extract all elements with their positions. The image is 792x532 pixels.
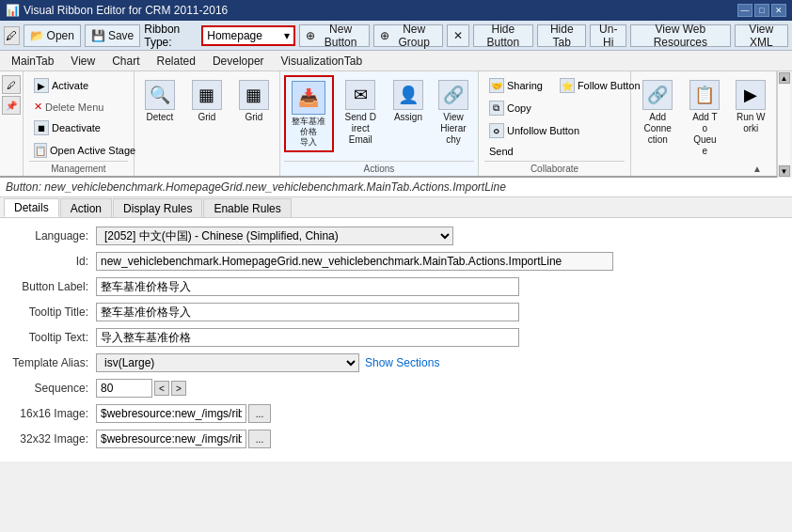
new-button-button[interactable]: ⊕ New Button [299,24,370,47]
button-path: Button: new_vehiclebenchmark.HomepageGri… [0,178,792,197]
template-alias-field[interactable]: isv(Large) [96,353,359,372]
run-workflow-button[interactable]: ▶ Run Worki [729,75,772,139]
image32-controls: ... [96,430,271,448]
delete-icon: ✕ [34,101,42,113]
image16-row: 16x16 Image: ... [11,403,781,424]
minimize-button[interactable]: — [737,4,752,17]
more-section: 🔗 AddConnection 📋 Add ToQueue ▶ Run Work… [631,71,777,176]
import-button[interactable]: 📥 整车基准价格导入 [284,75,334,152]
ribbon-type-dropdown[interactable]: Homepage ▾ [201,25,295,46]
title-bar-left: 📊 Visual Ribbon Editor for CRM 2011-2016 [6,4,228,17]
tab-related[interactable]: Related [150,52,203,70]
image16-browse-button[interactable]: ... [248,404,271,423]
language-label: Language: [11,229,96,243]
deactivate-icon: ⏹ [34,120,49,135]
hide-tab-button[interactable]: Hide Tab [537,24,586,47]
id-label: Id: [11,255,96,268]
add-to-queue-button[interactable]: 📋 Add ToQueue [684,75,725,162]
tab-maintab[interactable]: MainTab [4,52,61,70]
hierarchy-icon: 🔗 [438,80,468,110]
sequence-increment-button[interactable]: > [171,381,186,396]
actions-buttons: 📥 整车基准价格导入 ✉ Send DirectEmail 👤 Assign 🔗… [284,75,474,161]
detect-button[interactable]: 🔍 Detect [138,75,182,128]
copy-icon: ⧉ [489,101,504,116]
show-sections-link[interactable]: Show Sections [365,356,439,369]
maximize-button[interactable]: □ [754,4,769,17]
image16-field[interactable] [96,404,246,423]
tab-details[interactable]: Details [4,198,59,217]
grid-button-2[interactable]: ▦ Grid [232,75,276,128]
button-label-field[interactable] [96,277,519,296]
detail-tabs: Details Action Display Rules Enable Rule… [0,197,792,218]
template-alias-label: Template Alias: [11,356,96,369]
detect-section: 🔍 Detect ▦ Grid ▦ Grid [135,71,280,176]
tab-view[interactable]: View [63,52,103,70]
save-button[interactable]: 💾 Save [85,24,140,47]
open-button[interactable]: 📂 Open [24,24,81,47]
image32-field[interactable] [96,430,246,448]
sequence-decrement-button[interactable]: < [154,381,169,396]
new-button-icon: ⊕ [306,29,315,42]
open-active-stage-icon: 📋 [34,143,47,158]
delete-button[interactable]: ✕ [447,24,469,47]
activate-button[interactable]: ▶ Activate [29,75,128,96]
deactivate-button[interactable]: ⏹ Deactivate [29,117,128,138]
view-web-resources-button[interactable]: View Web Resources [630,24,730,47]
toolbar: 🖊 📂 Open 💾 Save Ribbon Type: Homepage ▾ … [0,21,792,51]
ribbon-scrollbar[interactable]: ▲ ▼ [777,71,790,178]
tooltip-title-row: Tooltip Title: [11,302,781,322]
tab-action[interactable]: Action [60,198,112,217]
tab-display-rules[interactable]: Display Rules [113,198,202,217]
assign-icon: 👤 [393,80,423,110]
new-group-button[interactable]: ⊕ New Group [373,24,443,47]
window-title: Visual Ribbon Editor for CRM 2011-2016 [24,4,228,17]
left-side-icon-1[interactable]: 🖊 [2,75,21,94]
close-button[interactable]: ✕ [771,4,786,17]
image32-row: 32x32 Image: ... [11,429,781,449]
unfollow-button-button[interactable]: ⭘ Unfollow Button [484,120,584,141]
import-icon: 📥 [292,81,325,115]
email-icon: ✉ [345,80,375,110]
id-field[interactable] [96,252,613,271]
tooltip-title-field[interactable] [96,303,519,321]
sharing-button[interactable]: 🤝 Sharing [484,75,547,96]
send-direct-email-button[interactable]: ✉ Send DirectEmail [338,75,384,150]
tab-enable-rules[interactable]: Enable Rules [203,198,291,217]
grid-button-1[interactable]: ▦ Grid [185,75,229,128]
more-title [635,172,772,174]
scrollbar-down[interactable]: ▼ [779,165,790,177]
delete-menu-button[interactable]: ✕ Delete Menu [29,98,128,116]
workflow-icon: ▶ [736,80,766,110]
left-side-icon-2[interactable]: 📌 [2,96,21,115]
open-active-stage-button[interactable]: 📋 Open Active Stage [29,140,128,161]
activate-icon: ▶ [34,78,49,93]
unfollow-icon: ⭘ [489,123,504,138]
view-xml-button[interactable]: View XML [735,24,789,47]
left-icon-1[interactable]: 🖊 [4,26,20,45]
language-field[interactable]: [2052] 中文(中国) - Chinese (Simplified, Chi… [96,227,453,245]
form-area: Language: [2052] 中文(中国) - Chinese (Simpl… [0,218,792,462]
ribbon-collapse-arrow[interactable]: ▲ [752,164,762,174]
sequence-field[interactable] [96,379,152,398]
copy-button[interactable]: ⧉ Copy [484,98,536,118]
grid-icon-2: ▦ [239,80,269,110]
send-button[interactable]: Send [484,143,625,160]
image32-browse-button[interactable]: ... [248,430,271,448]
view-hierarchy-button[interactable]: 🔗 ViewHierarchy [433,75,474,150]
window-controls: — □ ✕ [737,4,786,17]
tab-chart[interactable]: Chart [104,52,147,70]
management-buttons: ▶ Activate ✕ Delete Menu ⏹ Deactivate 📋 … [29,75,128,161]
hide-button-button[interactable]: Hide Button [473,24,534,47]
management-section: ▶ Activate ✕ Delete Menu ⏹ Deactivate 📋 … [24,71,135,176]
button-label-row: Button Label: [11,276,781,297]
assign-button[interactable]: 👤 Assign [388,75,429,128]
queue-icon: 📋 [689,80,720,110]
add-connection-button[interactable]: 🔗 AddConnection [635,75,680,150]
tooltip-text-field[interactable] [96,328,519,347]
scrollbar-up[interactable]: ▲ [779,72,790,84]
unhide-button[interactable]: Un-Hi [590,24,626,47]
tab-visualizationtab[interactable]: VisualizationTab [274,52,371,70]
tab-developer[interactable]: Developer [205,52,272,70]
sequence-label: Sequence: [11,382,96,395]
id-row: Id: [11,251,781,272]
